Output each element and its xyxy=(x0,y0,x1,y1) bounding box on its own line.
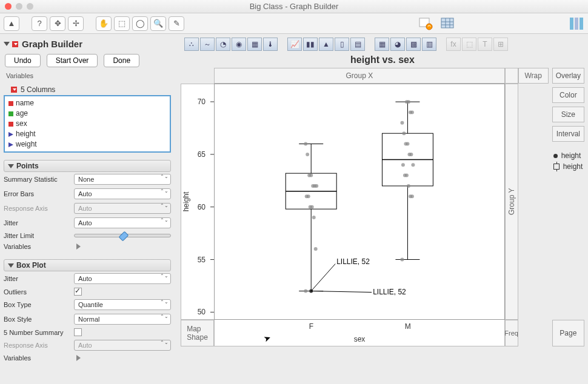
size-zone[interactable]: Size xyxy=(552,107,584,122)
red-triangle-menu-icon[interactable] xyxy=(11,87,17,93)
heatmap-chart-button[interactable]: ▦ xyxy=(247,38,262,51)
points-chart-button[interactable]: ∴ xyxy=(184,38,199,51)
svg-line-68 xyxy=(311,291,372,293)
wrap-zone[interactable]: Wrap xyxy=(518,68,549,84)
brush-tool-button[interactable]: ⬚ xyxy=(114,16,130,31)
bp-fivenum-checkbox[interactable] xyxy=(74,328,82,336)
caption-chart-button[interactable]: T xyxy=(478,38,492,51)
page-zone[interactable]: Page xyxy=(552,320,584,346)
chevron-right-icon[interactable] xyxy=(76,243,81,250)
overlay-zone[interactable]: Overlay xyxy=(552,68,584,84)
bp-outliers-checkbox[interactable] xyxy=(74,288,82,296)
response-axis-select: Auto xyxy=(74,203,171,214)
hand-tool-button[interactable]: ✋ xyxy=(96,16,112,31)
error-bars-label: Error Bars xyxy=(4,190,74,197)
start-over-button[interactable]: Start Over xyxy=(47,54,98,67)
svg-point-46 xyxy=(304,142,307,146)
freq-zone[interactable]: Freq xyxy=(505,320,518,346)
treemap-chart-button[interactable]: ▩ xyxy=(406,38,421,51)
bp-jitter-select[interactable]: Auto xyxy=(74,273,171,284)
svg-point-39 xyxy=(305,194,309,198)
bp-boxstyle-select[interactable]: Normal xyxy=(74,314,171,325)
zoom-window-button[interactable] xyxy=(27,3,33,10)
density-chart-button[interactable]: ◔ xyxy=(216,38,230,51)
error-bars-select[interactable]: Auto xyxy=(74,188,171,199)
map-chart-button[interactable]: ⬚ xyxy=(462,38,476,51)
window-title: Big Class - Graph Builder xyxy=(250,2,339,11)
disclosure-icon[interactable] xyxy=(4,42,10,46)
zoom-tool-button[interactable]: 🔍 xyxy=(150,16,166,31)
svg-rect-9 xyxy=(580,18,583,30)
legend-item[interactable]: height xyxy=(553,150,583,161)
close-window-button[interactable] xyxy=(5,3,12,10)
bar-chart-button[interactable]: ▮▮ xyxy=(303,38,318,51)
data-table-icon[interactable] xyxy=(439,16,456,31)
move-tool-button[interactable]: ✢ xyxy=(68,16,84,31)
dot-icon xyxy=(553,154,558,158)
svg-point-54 xyxy=(411,163,415,167)
done-button[interactable]: Done xyxy=(104,54,139,67)
help-tool-button[interactable]: ? xyxy=(32,16,47,31)
svg-text:LILLIE, 52: LILLIE, 52 xyxy=(336,257,370,266)
bp-boxstyle-label: Box Style xyxy=(4,316,74,323)
ref-chart-button[interactable]: ⊞ xyxy=(493,38,508,51)
mosaic-chart-button[interactable]: ▦ xyxy=(375,38,389,51)
parallel-chart-button[interactable]: ▥ xyxy=(422,38,436,51)
wrap-zone-spacer xyxy=(505,68,518,84)
plot-canvas[interactable]: LILLIE, 52LILLIE, 52 xyxy=(214,84,505,320)
red-triangle-menu-icon[interactable] xyxy=(12,41,18,47)
crosshair-tool-button[interactable]: ✥ xyxy=(50,16,65,31)
disclosure-icon[interactable] xyxy=(8,164,14,168)
chevron-right-icon[interactable] xyxy=(76,355,81,361)
svg-point-59 xyxy=(402,131,406,135)
svg-point-47 xyxy=(400,257,404,261)
undo-button[interactable]: Undo xyxy=(5,54,41,67)
smoother-chart-button[interactable]: ～ xyxy=(200,38,215,51)
pie-chart-button[interactable]: ◕ xyxy=(390,38,405,51)
boxplot-panel-header[interactable]: Box Plot xyxy=(4,259,171,271)
groupy-zone[interactable]: Group Y xyxy=(505,84,518,320)
mapshape-zone[interactable]: Map Shape xyxy=(181,320,214,346)
column-item-sex[interactable]: sex xyxy=(8,119,166,129)
column-item-height[interactable]: height xyxy=(8,129,166,139)
svg-text:70: 70 xyxy=(198,98,206,106)
svg-point-50 xyxy=(407,184,410,188)
jitter-label: Jitter xyxy=(4,219,74,227)
interval-zone[interactable]: Interval xyxy=(552,126,584,142)
columns-list[interactable]: name age sex height weight xyxy=(4,95,171,153)
disclosure-icon[interactable] xyxy=(8,263,14,268)
columns-icon[interactable] xyxy=(567,16,584,31)
boxplot-chart-button[interactable]: ▯ xyxy=(335,38,349,51)
points-panel-header[interactable]: Points xyxy=(4,160,171,172)
main-toolbar: ▲ ? ✥ ✢ ✋ ⬚ ◯ 🔍 ✎ xyxy=(0,13,588,34)
restore-icon[interactable] xyxy=(417,16,434,31)
groupx-zone[interactable]: Group X xyxy=(214,68,505,84)
svg-point-1 xyxy=(426,24,432,30)
column-item-age[interactable]: age xyxy=(8,108,166,119)
column-item-name[interactable]: name xyxy=(8,98,166,108)
legend-item[interactable]: height xyxy=(553,161,583,172)
jitter-limit-slider[interactable] xyxy=(74,234,171,237)
area-chart-button[interactable]: ▲ xyxy=(319,38,333,51)
annotate-tool-button[interactable]: ✎ xyxy=(169,16,184,31)
minimize-window-button[interactable] xyxy=(16,3,22,10)
line-chart-button[interactable]: 📈 xyxy=(287,38,302,51)
graph-builder-header[interactable]: Graph Builder xyxy=(4,38,171,50)
arrow-tool-button[interactable]: ▲ xyxy=(4,16,19,31)
column-item-weight[interactable]: weight xyxy=(8,139,166,150)
color-zone[interactable]: Color xyxy=(552,87,584,103)
y-axis[interactable]: 5055606570height xyxy=(181,84,214,320)
formula-chart-button[interactable]: fx xyxy=(446,38,461,51)
svg-point-53 xyxy=(401,163,405,167)
jitter-select[interactable]: Auto xyxy=(74,217,171,228)
chart-type-toolbar: ∴ ～ ◔ ◉ ▦ 🌡 📈 ▮▮ ▲ ▯ ▤ ▦ ◕ ▩ ▥ fx ⬚ T ⊞ xyxy=(177,34,588,52)
x-axis[interactable]: FMsex xyxy=(214,320,505,346)
summary-stat-select[interactable]: None xyxy=(74,174,171,185)
columns-header[interactable]: 5 Columns xyxy=(4,83,171,95)
contour-chart-button[interactable]: ◉ xyxy=(232,38,246,51)
lasso-tool-button[interactable]: ◯ xyxy=(132,16,148,31)
histogram-chart-button[interactable]: ▤ xyxy=(350,38,365,51)
bp-boxtype-select[interactable]: Quantile xyxy=(74,299,171,310)
continuous-icon xyxy=(8,142,13,147)
thermometer-chart-button[interactable]: 🌡 xyxy=(263,38,278,51)
